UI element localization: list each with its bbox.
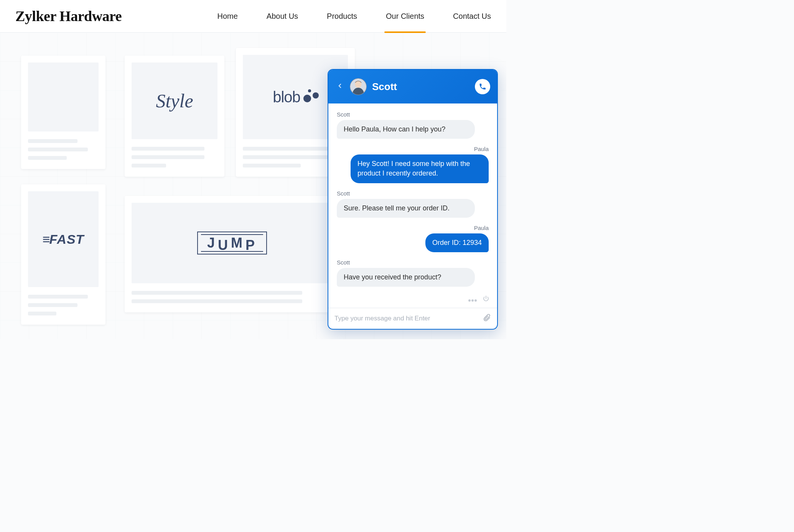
logo-blob-dots-icon [303, 89, 318, 105]
text-placeholder [28, 303, 77, 307]
chat-widget: Scott Scott Hello Paula, How can I help … [328, 69, 498, 330]
text-placeholder [243, 147, 332, 151]
nav-contact-us[interactable]: Contact Us [453, 0, 491, 32]
agent-avatar [350, 78, 367, 95]
nav-about-us[interactable]: About Us [267, 0, 298, 32]
message-bubble: Have you received the product? [337, 268, 475, 287]
text-placeholder [28, 156, 67, 160]
message-author: Scott [337, 111, 489, 118]
client-logo-fast: ≡FAST [28, 191, 99, 287]
paperclip-icon [483, 314, 491, 322]
text-placeholder [132, 155, 204, 159]
nav-products[interactable]: Products [327, 0, 357, 32]
chat-message: Paula Order ID: 12934 [337, 225, 489, 252]
chat-toolbar [328, 293, 497, 308]
chat-input-bar [328, 308, 497, 329]
logo-fast: ≡FAST [43, 232, 84, 247]
chat-message: Scott Hello Paula, How can I help you? [337, 111, 489, 139]
text-placeholder [132, 299, 302, 303]
agent-name: Scott [372, 81, 397, 93]
text-placeholder [243, 155, 332, 159]
brand-logo: Zylker Hardware [15, 8, 122, 25]
power-icon [483, 295, 489, 302]
chat-message: Scott Sure. Please tell me your order ID… [337, 190, 489, 218]
message-author: Scott [337, 190, 489, 197]
message-author: Paula [474, 225, 489, 231]
nav-our-clients[interactable]: Our Clients [386, 0, 424, 32]
message-bubble: Order ID: 12934 [425, 233, 489, 252]
site-header: Zylker Hardware Home About Us Products O… [0, 0, 506, 33]
message-bubble: Hey Scott! I need some help with the pro… [351, 154, 489, 183]
speed-lines-icon: ≡ [43, 232, 48, 247]
text-placeholder [243, 164, 301, 167]
phone-icon [479, 83, 486, 90]
text-placeholder [28, 139, 77, 143]
chat-attach-button[interactable] [483, 314, 491, 323]
client-card-jump: JUMP [125, 196, 339, 312]
chevron-left-icon [336, 82, 343, 89]
svg-point-1 [355, 81, 361, 88]
logo-style-text: Style [156, 90, 193, 112]
chat-header: Scott [328, 70, 497, 103]
message-author: Scott [337, 259, 489, 266]
chat-message-input[interactable] [334, 315, 478, 322]
client-card-placeholder [21, 56, 105, 169]
logo-blob: blob [273, 89, 318, 106]
client-logo-jump: JUMP [132, 203, 333, 283]
text-placeholder [28, 295, 88, 299]
chat-call-button[interactable] [475, 79, 490, 94]
chat-body[interactable]: Scott Hello Paula, How can I help you? P… [328, 103, 497, 293]
client-card-fast: ≡FAST [21, 184, 105, 325]
chat-end-session-button[interactable] [483, 295, 489, 304]
chat-back-button[interactable] [335, 82, 344, 92]
chat-message: Scott Have you received the product? [337, 259, 489, 287]
nav-home[interactable]: Home [217, 0, 237, 32]
logo-blob-text: blob [273, 89, 300, 106]
top-nav: Home About Us Products Our Clients Conta… [217, 0, 491, 32]
logo-jump: JUMP [197, 232, 267, 255]
text-placeholder [28, 312, 56, 315]
message-bubble: Sure. Please tell me your order ID. [337, 199, 475, 218]
text-placeholder [132, 291, 302, 295]
text-placeholder [132, 147, 204, 151]
client-logo-placeholder [28, 62, 99, 131]
client-logo-style: Style [132, 62, 217, 139]
message-author: Paula [474, 146, 489, 152]
chat-message: Paula Hey Scott! I need some help with t… [337, 146, 489, 183]
logo-fast-text: FAST [49, 232, 84, 246]
text-placeholder [28, 148, 88, 151]
client-card-style: Style [125, 56, 224, 177]
chat-more-button[interactable] [468, 296, 477, 303]
message-bubble: Hello Paula, How can I help you? [337, 120, 475, 139]
text-placeholder [132, 164, 166, 167]
